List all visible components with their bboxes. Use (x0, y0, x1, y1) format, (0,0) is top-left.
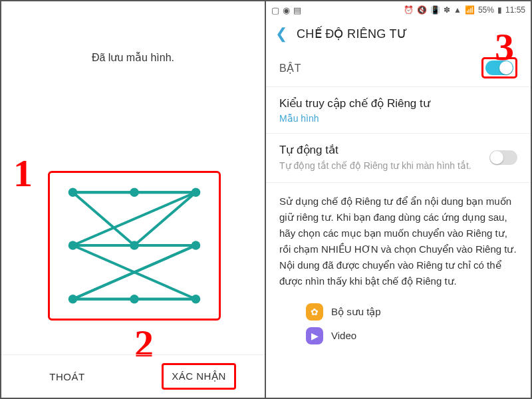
notification-icon: ▤ (293, 5, 301, 15)
wifi-icon: ▲ (454, 5, 462, 15)
status-bar: ▢ ◉ ▤ ⏰ 🔇 📳 ✽ ▲ 📶 55% ▮ 11:55 (266, 1, 531, 19)
alarm-off-icon: ⏰ (404, 5, 414, 15)
pattern-grid-highlight (48, 171, 221, 321)
status-left-icons: ▢ ◉ ▤ (271, 5, 301, 15)
svg-point-10 (130, 188, 139, 197)
auto-off-title: Tự động tắt (279, 143, 483, 157)
auto-off-subtitle: Tự động tắt chế độ Riêng tư khi màn hình… (279, 160, 483, 173)
exit-button-label: THOÁT (49, 371, 84, 382)
header-bar: ❮ CHẾ ĐỘ RIÊNG TƯ (266, 19, 531, 48)
auto-off-toggle[interactable] (489, 150, 517, 165)
access-type-title: Kiểu truy cập chế độ Riêng tư (279, 96, 517, 110)
svg-point-15 (68, 295, 78, 304)
clock-text: 11:55 (505, 5, 525, 15)
list-item[interactable]: ▶ Video (306, 324, 517, 348)
on-label: BẬT (279, 62, 301, 74)
svg-point-16 (130, 295, 139, 304)
private-mode-toggle[interactable] (485, 61, 513, 75)
exit-button[interactable]: THOÁT (1, 355, 133, 398)
svg-point-12 (68, 241, 78, 250)
mute-icon: 🔇 (417, 5, 427, 15)
private-mode-master-toggle-row: BẬT (266, 48, 531, 87)
private-mode-settings-screen: ▢ ◉ ▤ ⏰ 🔇 📳 ✽ ▲ 📶 55% ▮ 11:55 ❮ CHẾ ĐỘ R… (266, 1, 531, 398)
toggle-knob (499, 61, 513, 74)
battery-pct: 55% (478, 5, 494, 15)
messenger-icon: ◉ (283, 5, 290, 15)
pattern-saved-message: Đã lưu mẫu hình. (1, 51, 265, 64)
access-type-value: Mẫu hình (279, 113, 517, 124)
confirm-button-label: XÁC NHẬN (162, 363, 236, 390)
bluetooth-icon: ✽ (444, 5, 450, 15)
gallery-icon: ✿ (306, 303, 323, 321)
auto-off-row: Tự động tắt Tự động tắt chế độ Riêng tư … (266, 133, 531, 182)
pattern-confirm-screen: Đã lưu mẫu hình. 1 (1, 1, 266, 398)
access-type-row[interactable]: Kiểu truy cập chế độ Riêng tư Mẫu hình (266, 87, 531, 133)
svg-point-9 (68, 188, 78, 197)
svg-point-11 (192, 188, 201, 197)
svg-line-2 (134, 192, 196, 245)
list-item[interactable]: ✿ Bộ sưu tập (306, 300, 517, 324)
svg-line-3 (73, 192, 134, 245)
app-label: Bộ sưu tập (331, 306, 381, 318)
toggle-knob (490, 151, 503, 164)
video-icon: ▶ (306, 327, 323, 344)
signal-icon: 📶 (465, 5, 475, 15)
pattern-grid[interactable] (50, 173, 219, 319)
vibrate-icon: 📳 (430, 5, 440, 15)
back-arrow-icon[interactable]: ❮ (275, 25, 287, 43)
supported-apps-list: ✿ Bộ sưu tập ▶ Video (266, 300, 531, 354)
confirm-button[interactable]: XÁC NHẬN (133, 355, 265, 398)
image-icon: ▢ (271, 5, 279, 15)
private-mode-description: Sử dụng chế độ Riêng tư để ẩn nội dung b… (266, 183, 531, 300)
status-right-icons: ⏰ 🔇 📳 ✽ ▲ 📶 55% ▮ 11:55 (404, 5, 525, 15)
page-title: CHẾ ĐỘ RIÊNG TƯ (297, 27, 407, 41)
pattern-bottom-bar: THOÁT XÁC NHẬN (1, 354, 265, 398)
svg-point-13 (130, 241, 139, 250)
battery-icon: ▮ (497, 5, 502, 15)
svg-point-14 (192, 241, 201, 250)
svg-point-17 (192, 295, 201, 304)
annotation-1: 1 (13, 154, 33, 193)
app-label: Video (331, 330, 356, 341)
